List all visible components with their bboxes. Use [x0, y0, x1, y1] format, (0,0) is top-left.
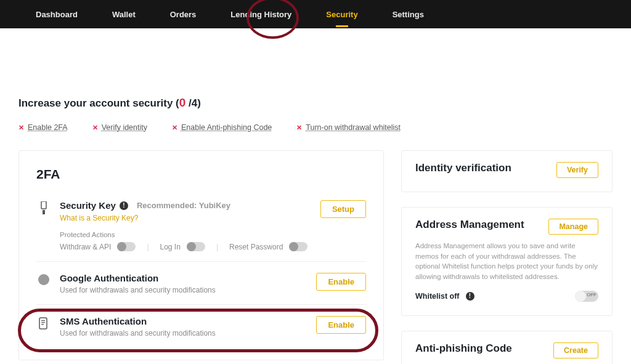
- nav-security[interactable]: Security: [309, 0, 375, 28]
- svg-rect-1: [43, 210, 45, 214]
- twofa-card: 2FA Security Key ! Recommended: YubiKey …: [18, 150, 384, 360]
- toggle-label: Withdraw & API: [60, 243, 111, 251]
- security-actions-row: ✕ Enable 2FA ✕ Verify identity ✕ Enable …: [18, 123, 613, 132]
- google-auth-row: Google Authentication Used for withdrawa…: [36, 261, 366, 304]
- security-key-recommended: Recommended: YubiKey: [137, 201, 230, 210]
- address-title: Address Management: [415, 219, 524, 231]
- top-navbar: Dashboard Wallet Orders Lending History …: [0, 0, 631, 28]
- nav-wallet[interactable]: Wallet: [95, 0, 153, 28]
- verify-button[interactable]: Verify: [556, 162, 598, 178]
- security-key-title: Security Key: [60, 200, 116, 211]
- sms-auth-row: SMS Authentication Used for withdrawals …: [36, 304, 366, 347]
- svg-rect-4: [41, 322, 45, 323]
- antiphish-title: Anti-phishing Code: [415, 342, 512, 355]
- action-whitelist[interactable]: ✕ Turn-on withdrawal whitelist: [296, 123, 401, 132]
- divider: |: [216, 243, 218, 251]
- action-verify-identity[interactable]: ✕ Verify identity: [92, 123, 147, 132]
- action-enable-2fa[interactable]: ✕ Enable 2FA: [18, 123, 68, 132]
- info-icon[interactable]: !: [466, 292, 474, 301]
- antiphish-card: Anti-phishing Code Create By setting up …: [401, 331, 613, 364]
- svg-rect-3: [41, 320, 45, 321]
- headline-suffix: /4): [185, 97, 201, 109]
- x-icon: ✕: [18, 124, 24, 132]
- x-icon: ✕: [172, 124, 177, 132]
- action-label: Turn-on withdrawal whitelist: [306, 123, 401, 132]
- action-label: Enable Anti-phishing Code: [181, 123, 272, 132]
- headline: Increase your account security (0 /4): [18, 96, 613, 110]
- whitelist-label: Whitelist off: [415, 292, 460, 301]
- security-key-icon: [36, 200, 51, 251]
- headline-current: 0: [179, 96, 186, 109]
- toggle-withdraw-api: Withdraw & API: [60, 242, 136, 251]
- nav-orders[interactable]: Orders: [153, 0, 214, 28]
- sms-auth-desc: Used for withdrawals and security modifi…: [60, 329, 316, 338]
- whitelist-toggle[interactable]: OFF: [575, 291, 598, 302]
- protected-actions-label: Protected Actions: [60, 231, 320, 238]
- toggle-switch[interactable]: [117, 242, 136, 251]
- google-auth-desc: Used for withdrawals and security modifi…: [60, 286, 316, 294]
- whitelist-toggle-text: OFF: [587, 292, 596, 297]
- nav-settings[interactable]: Settings: [375, 0, 441, 28]
- toggle-login: Log In: [160, 242, 205, 251]
- toggle-label: Reset Password: [229, 243, 283, 251]
- setup-button[interactable]: Setup: [320, 200, 366, 218]
- address-desc: Address Management allows you to save an…: [415, 241, 598, 282]
- identity-title: Identity verification: [415, 162, 511, 174]
- svg-rect-5: [41, 324, 44, 325]
- enable-google-button[interactable]: Enable: [316, 273, 366, 291]
- google-icon: [36, 273, 51, 294]
- headline-prefix: Increase your account security (: [18, 97, 179, 109]
- toggle-switch[interactable]: [187, 242, 205, 251]
- x-icon: ✕: [296, 124, 302, 132]
- identity-card: Identity verification Verify: [401, 150, 613, 192]
- manage-button[interactable]: Manage: [548, 219, 598, 235]
- twofa-title: 2FA: [36, 167, 366, 182]
- what-is-security-key-link[interactable]: What is a Security Key?: [60, 214, 138, 222]
- svg-rect-0: [41, 201, 46, 209]
- toggle-switch[interactable]: [289, 242, 307, 251]
- nav-dashboard[interactable]: Dashboard: [18, 0, 95, 28]
- enable-sms-button[interactable]: Enable: [316, 316, 366, 334]
- toggle-label: Log In: [160, 243, 181, 251]
- nav-lending-history[interactable]: Lending History: [213, 0, 309, 28]
- svg-rect-2: [39, 318, 47, 329]
- sms-icon: [36, 316, 51, 338]
- info-icon[interactable]: !: [120, 201, 128, 210]
- divider: |: [147, 243, 149, 251]
- toggle-reset-password: Reset Password: [229, 242, 307, 251]
- security-key-row: Security Key ! Recommended: YubiKey What…: [36, 194, 366, 261]
- action-label: Verify identity: [102, 123, 147, 132]
- google-auth-title: Google Authentication: [60, 273, 158, 283]
- address-card: Address Management Manage Address Manage…: [401, 207, 613, 316]
- x-icon: ✕: [92, 124, 98, 132]
- sms-auth-title: SMS Authentication: [60, 316, 147, 326]
- action-enable-antiphish[interactable]: ✕ Enable Anti-phishing Code: [172, 123, 272, 132]
- create-button[interactable]: Create: [553, 342, 598, 358]
- action-label: Enable 2FA: [28, 123, 68, 132]
